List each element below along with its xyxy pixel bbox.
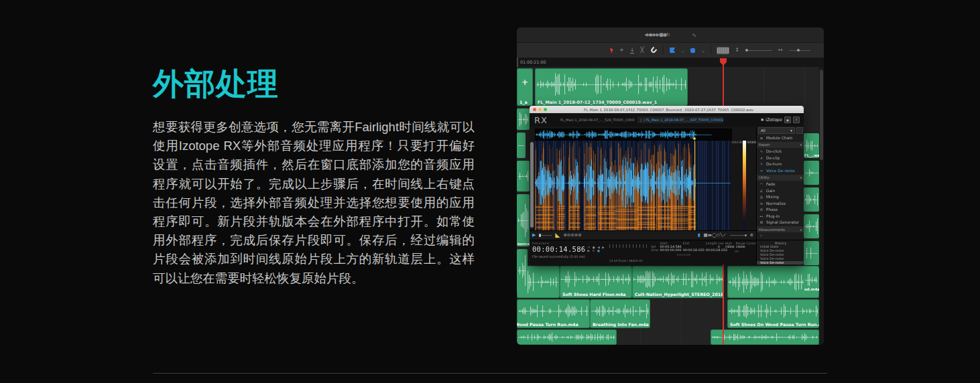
rx-magnifier-icon[interactable]: ⊕ xyxy=(750,233,753,238)
audio-clip[interactable]: ounce_ xyxy=(517,194,530,246)
vertical-zoom-icon[interactable]: ↕ xyxy=(735,48,739,53)
module-item[interactable]: ≈Voice De-noise xyxy=(757,167,804,174)
module-icon: ≡ xyxy=(759,136,764,140)
module-item[interactable]: ∠Gain xyxy=(757,187,804,194)
frequency-info-table: LowHighRangeCursor 02400024000 Hz xyxy=(717,242,756,264)
audio-clip[interactable]: Soft Shoes On Wood Pause Turn Run.m4a xyxy=(727,299,819,328)
module-item[interactable]: ◎Mixing xyxy=(757,194,804,201)
flag-dropdown-icon[interactable]: ⌄ xyxy=(681,48,684,53)
history-item[interactable]: Voice De-noise xyxy=(757,261,804,264)
module-label: De-hum xyxy=(766,162,782,166)
transport-button[interactable]: ◀◀ xyxy=(644,32,650,37)
audio-clip[interactable]: Soft Shoes Hard Floor.m4a xyxy=(560,266,632,298)
level-meter-scale xyxy=(609,244,649,248)
module-item[interactable]: ∿De-click xyxy=(757,149,804,155)
module-item[interactable]: Repair∨ xyxy=(757,142,804,148)
spectrogram[interactable] xyxy=(535,141,731,230)
rx-tab-active[interactable]: [◦]FL_Main 1_2018-08-07_..._637_T0005_C0… xyxy=(637,117,723,123)
timeline-zoom-slider[interactable] xyxy=(789,49,810,52)
audio-clip[interactable]: Cult-Nation_Hyperlight_STEREO_20180301.w… xyxy=(632,266,724,298)
snapshot-button[interactable]: ◉ xyxy=(784,117,791,123)
transport-button[interactable]: ▶▶ xyxy=(650,32,656,37)
rx-zoom-slider[interactable] xyxy=(730,234,747,236)
module-label: Module Chain xyxy=(766,136,792,140)
module-label: Measurements xyxy=(759,228,785,232)
marker-dropdown-icon[interactable]: ⌄ xyxy=(701,48,705,53)
rx-transport-mini[interactable]: ↺ ● ◀ ▶ ▶ ↻ ▣ xyxy=(587,246,609,252)
rx-playhead-marker[interactable] xyxy=(693,137,696,140)
audio-clip[interactable] xyxy=(804,241,819,265)
selection-info-table: StartEndLength Sel00:00:14.586 View00:00… xyxy=(650,242,717,264)
audio-clip[interactable]: + 1_a xyxy=(517,68,533,106)
section-chevron-icon: ∨ xyxy=(800,143,802,147)
panel-more-button[interactable]: › xyxy=(756,233,804,240)
module-label: Repair xyxy=(759,143,770,147)
track-height-slider[interactable] xyxy=(745,49,772,52)
range-tool-icon[interactable]: ↓ xyxy=(630,48,635,54)
pointer-tool-icon[interactable] xyxy=(610,48,614,54)
razor-tool-icon[interactable]: ╳ xyxy=(640,48,644,53)
close-button[interactable] xyxy=(533,108,536,111)
audio-clip[interactable]: Wood Pause Turn Run.m4a xyxy=(517,299,590,328)
minimize-button[interactable] xyxy=(538,108,542,111)
flag-icon[interactable] xyxy=(670,48,675,53)
audio-clip[interactable] xyxy=(804,161,819,185)
rx-left-scrollbar[interactable] xyxy=(530,142,534,228)
audio-clip[interactable] xyxy=(517,329,617,345)
module-item[interactable]: ≡Module Chain xyxy=(757,135,804,141)
rx-playhead[interactable] xyxy=(694,141,695,230)
audio-clip[interactable]: FL_Main 1_2018-07-12_1734_T0009_C00019.w… xyxy=(535,68,688,106)
preset-options-button[interactable] xyxy=(796,127,803,134)
rx-time-select-icon[interactable]: ▮ xyxy=(698,233,700,238)
preset-dropdown[interactable]: All▾ xyxy=(758,127,795,134)
module-item[interactable]: ◠Fade xyxy=(757,181,804,188)
module-item[interactable]: Measurements∨ xyxy=(757,226,804,232)
help-button[interactable]: ? xyxy=(793,117,800,123)
clip-label: od.m4a xyxy=(804,287,819,291)
rx-marker-flag-icon[interactable] xyxy=(555,233,560,238)
snap-magnet-icon[interactable] xyxy=(648,45,658,55)
audio-clip[interactable] xyxy=(517,161,530,192)
audio-clip[interactable]: Breathing Into Fan.m4a xyxy=(590,299,650,328)
waveform-overview[interactable] xyxy=(535,129,732,141)
module-label: Voice De-noise xyxy=(766,169,795,173)
trim-tool-icon[interactable]: + xyxy=(619,48,624,53)
timeline-scrollbar[interactable] xyxy=(819,67,824,345)
history-list: Initial StateVoice De-noiseVoice De-nois… xyxy=(757,245,804,264)
timecode-ruler[interactable]: 01:00:21:0001:00:28:0001:00:35:0001:00:4… xyxy=(517,58,824,68)
scrollbar-handle[interactable] xyxy=(820,70,823,160)
rx-play-button[interactable]: ▶ xyxy=(532,233,536,238)
audio-clip[interactable] xyxy=(804,214,819,238)
feature-text-block: 外部处理 想要获得更多创意选项，您无需离开Fairlight时间线就可以使用Iz… xyxy=(153,66,475,288)
audio-clip[interactable] xyxy=(804,187,819,212)
module-icon: ∠ xyxy=(759,189,764,193)
toolbar-divider xyxy=(663,46,664,54)
timecode-label: 01:00:21:00 xyxy=(518,58,558,64)
marker-icon[interactable] xyxy=(690,48,695,53)
transport-button[interactable]: ↻ xyxy=(666,32,670,37)
clip-label: 1_a xyxy=(519,100,528,104)
section-chevron-icon: ∨ xyxy=(800,228,802,232)
rx-gain-slider[interactable] xyxy=(539,234,552,237)
audio-clip[interactable] xyxy=(517,249,528,292)
audio-clip[interactable]: FL_..wav xyxy=(804,133,819,158)
module-item[interactable]: ⊷Plug-in xyxy=(757,213,804,220)
audio-clip[interactable] xyxy=(517,108,530,130)
automation-curve-icon[interactable]: ∿ xyxy=(692,32,696,38)
module-item[interactable]: ϟDe-hum xyxy=(757,161,804,168)
module-item[interactable]: ⊞Signal Generator xyxy=(757,220,804,226)
module-item[interactable]: ⊘Phase xyxy=(757,207,804,214)
track-view-icon[interactable] xyxy=(717,48,729,54)
module-item[interactable]: Utility∨ xyxy=(757,175,804,181)
horizontal-zoom-icon[interactable]: ↔ xyxy=(778,48,783,53)
window-titlebar[interactable]: FL_Main 1_2018-08-07,1412_T0003_C00007_B… xyxy=(530,106,804,113)
audio-clip[interactable] xyxy=(517,133,526,158)
audio-clip[interactable]: od.m4a xyxy=(804,268,819,292)
rx-tab-inactive[interactable]: ◦FL_Main 1_2018-08-07_..._529_T0005_C000… xyxy=(554,117,635,123)
rx-tool-icon[interactable]: ✓ xyxy=(723,232,726,238)
audio-clip[interactable] xyxy=(711,329,819,345)
module-item[interactable]: ∧De-clip xyxy=(757,155,804,161)
module-item[interactable]: ≋Normalize xyxy=(757,200,804,207)
fade-handle-icon[interactable]: + xyxy=(517,78,533,87)
rx-tool-icon[interactable]: ⊛ xyxy=(578,232,581,238)
